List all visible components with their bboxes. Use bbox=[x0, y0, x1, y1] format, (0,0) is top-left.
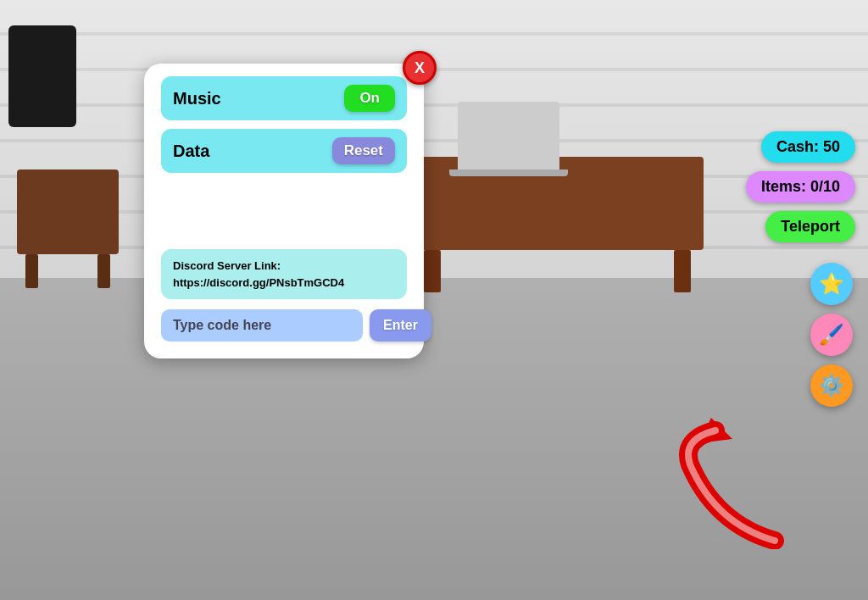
table-left bbox=[17, 169, 119, 254]
code-input-row: Enter bbox=[161, 309, 407, 342]
gear-button[interactable]: ⚙️ bbox=[810, 364, 853, 407]
paint-icon: 🖌️ bbox=[819, 323, 844, 347]
tv-object bbox=[8, 25, 76, 127]
discord-link: https://discord.gg/PNsbTmGCD4 bbox=[173, 276, 344, 289]
items-display: Items: 0/10 bbox=[746, 171, 855, 203]
paint-button[interactable]: 🖌️ bbox=[810, 314, 853, 356]
data-reset-button[interactable]: Reset bbox=[332, 137, 395, 164]
side-icon-panel: ⭐ 🖌️ ⚙️ bbox=[810, 263, 853, 407]
data-row: Data Reset bbox=[161, 129, 407, 173]
code-input[interactable] bbox=[161, 309, 363, 342]
settings-dialog: X Music On Data Reset Discord Server Lin… bbox=[144, 64, 424, 358]
dialog-spacer bbox=[161, 181, 407, 249]
cash-display: Cash: 50 bbox=[761, 131, 855, 163]
teleport-button[interactable]: Teleport bbox=[765, 211, 855, 242]
discord-info-box: Discord Server Link: https://discord.gg/… bbox=[161, 249, 407, 299]
hud-panel: Cash: 50 Items: 0/10 Teleport bbox=[746, 131, 855, 242]
arrow-pointer bbox=[665, 414, 800, 549]
data-label: Data bbox=[173, 142, 209, 161]
music-toggle-button[interactable]: On bbox=[344, 85, 395, 112]
music-row: Music On bbox=[161, 76, 407, 120]
enter-button[interactable]: Enter bbox=[370, 309, 431, 342]
laptop: TC bbox=[458, 102, 559, 169]
star-button[interactable]: ⭐ bbox=[810, 263, 853, 305]
discord-label: Discord Server Link: bbox=[173, 259, 281, 272]
gear-icon: ⚙️ bbox=[819, 374, 844, 397]
star-icon: ⭐ bbox=[819, 272, 844, 296]
music-label: Music bbox=[173, 89, 221, 108]
close-button[interactable]: X bbox=[403, 51, 437, 85]
